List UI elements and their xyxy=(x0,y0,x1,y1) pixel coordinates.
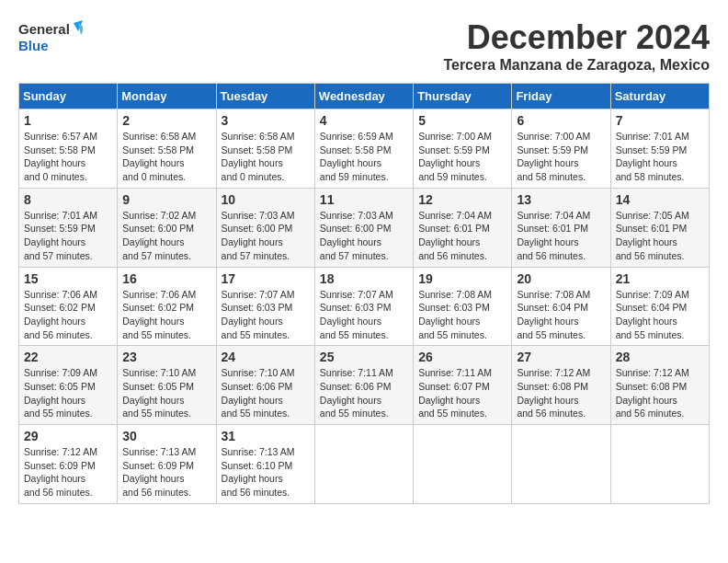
day-number: 12 xyxy=(418,192,506,207)
table-row: 6 Sunrise: 7:00 AMSunset: 5:59 PMDayligh… xyxy=(512,109,610,189)
day-number: 17 xyxy=(222,271,310,286)
table-row: 1 Sunrise: 6:57 AMSunset: 5:58 PMDayligh… xyxy=(19,109,118,189)
day-number: 26 xyxy=(418,350,506,364)
day-info: Sunrise: 6:58 AMSunset: 5:58 PMDaylight … xyxy=(122,130,210,184)
table-row: 4 Sunrise: 6:59 AMSunset: 5:58 PMDayligh… xyxy=(314,109,413,189)
day-number: 27 xyxy=(517,350,605,364)
table-row: 29 Sunrise: 7:12 AMSunset: 6:09 PMDaylig… xyxy=(19,425,118,504)
day-number: 20 xyxy=(517,271,605,286)
day-info: Sunrise: 7:04 AMSunset: 6:01 PMDaylight … xyxy=(418,209,506,263)
day-info: Sunrise: 7:04 AMSunset: 6:01 PMDaylight … xyxy=(517,209,605,263)
table-row: 19 Sunrise: 7:08 AMSunset: 6:03 PMDaylig… xyxy=(414,267,512,346)
calendar-week-4: 22 Sunrise: 7:09 AMSunset: 6:05 PMDaylig… xyxy=(19,346,710,425)
day-info: Sunrise: 7:03 AMSunset: 6:00 PMDaylight … xyxy=(320,209,408,263)
table-row: 25 Sunrise: 7:11 AMSunset: 6:06 PMDaylig… xyxy=(314,346,413,425)
day-info: Sunrise: 7:11 AMSunset: 6:07 PMDaylight … xyxy=(418,366,506,420)
table-row: 31 Sunrise: 7:13 AMSunset: 6:10 PMDaylig… xyxy=(216,425,314,504)
day-info: Sunrise: 7:10 AMSunset: 6:05 PMDaylight … xyxy=(122,366,210,420)
day-info: Sunrise: 7:09 AMSunset: 6:05 PMDaylight … xyxy=(24,366,112,420)
month-title: December 2024 xyxy=(443,18,710,57)
table-row: 7 Sunrise: 7:01 AMSunset: 5:59 PMDayligh… xyxy=(610,109,709,189)
col-monday: Monday xyxy=(118,84,216,109)
logo-svg: General Blue xyxy=(18,18,83,55)
table-row: 10 Sunrise: 7:03 AMSunset: 6:00 PMDaylig… xyxy=(216,188,314,267)
day-number: 16 xyxy=(122,271,210,286)
table-row xyxy=(314,425,413,504)
table-row: 22 Sunrise: 7:09 AMSunset: 6:05 PMDaylig… xyxy=(19,346,118,425)
day-info: Sunrise: 6:59 AMSunset: 5:58 PMDaylight … xyxy=(320,130,408,184)
day-number: 21 xyxy=(616,271,704,286)
calendar-week-5: 29 Sunrise: 7:12 AMSunset: 6:09 PMDaylig… xyxy=(19,425,710,504)
svg-text:Blue: Blue xyxy=(18,38,49,53)
day-info: Sunrise: 7:07 AMSunset: 6:03 PMDaylight … xyxy=(222,288,310,342)
day-number: 29 xyxy=(24,429,112,443)
page-header: General Blue December 2024 Tercera Manza… xyxy=(18,18,710,74)
table-row: 17 Sunrise: 7:07 AMSunset: 6:03 PMDaylig… xyxy=(216,267,314,346)
day-info: Sunrise: 7:12 AMSunset: 6:08 PMDaylight … xyxy=(616,366,704,420)
calendar-table: Sunday Monday Tuesday Wednesday Thursday… xyxy=(18,83,710,504)
day-info: Sunrise: 7:12 AMSunset: 6:09 PMDaylight … xyxy=(24,445,112,500)
day-number: 1 xyxy=(24,113,112,128)
day-number: 22 xyxy=(24,350,112,364)
day-info: Sunrise: 7:12 AMSunset: 6:08 PMDaylight … xyxy=(517,366,605,420)
title-block: December 2024 Tercera Manzana de Zaragoz… xyxy=(443,18,710,74)
table-row: 2 Sunrise: 6:58 AMSunset: 5:58 PMDayligh… xyxy=(118,109,216,189)
table-row: 12 Sunrise: 7:04 AMSunset: 6:01 PMDaylig… xyxy=(414,188,512,267)
table-row: 13 Sunrise: 7:04 AMSunset: 6:01 PMDaylig… xyxy=(512,188,610,267)
location-subtitle: Tercera Manzana de Zaragoza, Mexico xyxy=(443,57,710,74)
day-info: Sunrise: 7:00 AMSunset: 5:59 PMDaylight … xyxy=(517,130,605,184)
day-info: Sunrise: 7:11 AMSunset: 6:06 PMDaylight … xyxy=(320,366,408,420)
day-number: 8 xyxy=(24,192,112,207)
table-row: 9 Sunrise: 7:02 AMSunset: 6:00 PMDayligh… xyxy=(118,188,216,267)
table-row: 18 Sunrise: 7:07 AMSunset: 6:03 PMDaylig… xyxy=(314,267,413,346)
day-number: 7 xyxy=(616,113,704,128)
day-number: 5 xyxy=(418,113,506,128)
day-number: 2 xyxy=(122,113,210,128)
col-wednesday: Wednesday xyxy=(314,84,413,109)
day-number: 14 xyxy=(616,192,704,207)
day-number: 19 xyxy=(418,271,506,286)
day-info: Sunrise: 7:13 AMSunset: 6:09 PMDaylight … xyxy=(122,445,210,500)
table-row: 24 Sunrise: 7:10 AMSunset: 6:06 PMDaylig… xyxy=(216,346,314,425)
day-number: 11 xyxy=(320,192,408,207)
table-row: 16 Sunrise: 7:06 AMSunset: 6:02 PMDaylig… xyxy=(118,267,216,346)
day-info: Sunrise: 7:13 AMSunset: 6:10 PMDaylight … xyxy=(222,445,310,500)
table-row xyxy=(414,425,512,504)
day-number: 9 xyxy=(122,192,210,207)
table-row: 26 Sunrise: 7:11 AMSunset: 6:07 PMDaylig… xyxy=(414,346,512,425)
day-info: Sunrise: 7:08 AMSunset: 6:03 PMDaylight … xyxy=(418,288,506,342)
day-info: Sunrise: 6:58 AMSunset: 5:58 PMDaylight … xyxy=(222,130,310,184)
col-saturday: Saturday xyxy=(610,84,709,109)
day-number: 18 xyxy=(320,271,408,286)
table-row: 23 Sunrise: 7:10 AMSunset: 6:05 PMDaylig… xyxy=(118,346,216,425)
col-tuesday: Tuesday xyxy=(216,84,314,109)
day-number: 31 xyxy=(222,429,310,443)
day-info: Sunrise: 7:01 AMSunset: 5:59 PMDaylight … xyxy=(24,209,112,263)
table-row: 15 Sunrise: 7:06 AMSunset: 6:02 PMDaylig… xyxy=(19,267,118,346)
day-info: Sunrise: 6:57 AMSunset: 5:58 PMDaylight … xyxy=(24,130,112,184)
day-number: 13 xyxy=(517,192,605,207)
day-number: 10 xyxy=(222,192,310,207)
table-row: 28 Sunrise: 7:12 AMSunset: 6:08 PMDaylig… xyxy=(610,346,709,425)
svg-text:General: General xyxy=(18,21,70,37)
day-number: 24 xyxy=(222,350,310,364)
day-number: 15 xyxy=(24,271,112,286)
table-row: 21 Sunrise: 7:09 AMSunset: 6:04 PMDaylig… xyxy=(610,267,709,346)
day-info: Sunrise: 7:06 AMSunset: 6:02 PMDaylight … xyxy=(24,288,112,342)
col-friday: Friday xyxy=(512,84,610,109)
day-number: 6 xyxy=(517,113,605,128)
table-row xyxy=(512,425,610,504)
table-row: 11 Sunrise: 7:03 AMSunset: 6:00 PMDaylig… xyxy=(314,188,413,267)
day-info: Sunrise: 7:05 AMSunset: 6:01 PMDaylight … xyxy=(616,209,704,263)
day-info: Sunrise: 7:02 AMSunset: 6:00 PMDaylight … xyxy=(122,209,210,263)
day-number: 23 xyxy=(122,350,210,364)
table-row: 27 Sunrise: 7:12 AMSunset: 6:08 PMDaylig… xyxy=(512,346,610,425)
table-row: 8 Sunrise: 7:01 AMSunset: 5:59 PMDayligh… xyxy=(19,188,118,267)
col-thursday: Thursday xyxy=(414,84,512,109)
calendar-week-1: 1 Sunrise: 6:57 AMSunset: 5:58 PMDayligh… xyxy=(19,109,710,189)
day-info: Sunrise: 7:00 AMSunset: 5:59 PMDaylight … xyxy=(418,130,506,184)
day-info: Sunrise: 7:10 AMSunset: 6:06 PMDaylight … xyxy=(222,366,310,420)
day-number: 3 xyxy=(222,113,310,128)
table-row: 3 Sunrise: 6:58 AMSunset: 5:58 PMDayligh… xyxy=(216,109,314,189)
table-row: 14 Sunrise: 7:05 AMSunset: 6:01 PMDaylig… xyxy=(610,188,709,267)
